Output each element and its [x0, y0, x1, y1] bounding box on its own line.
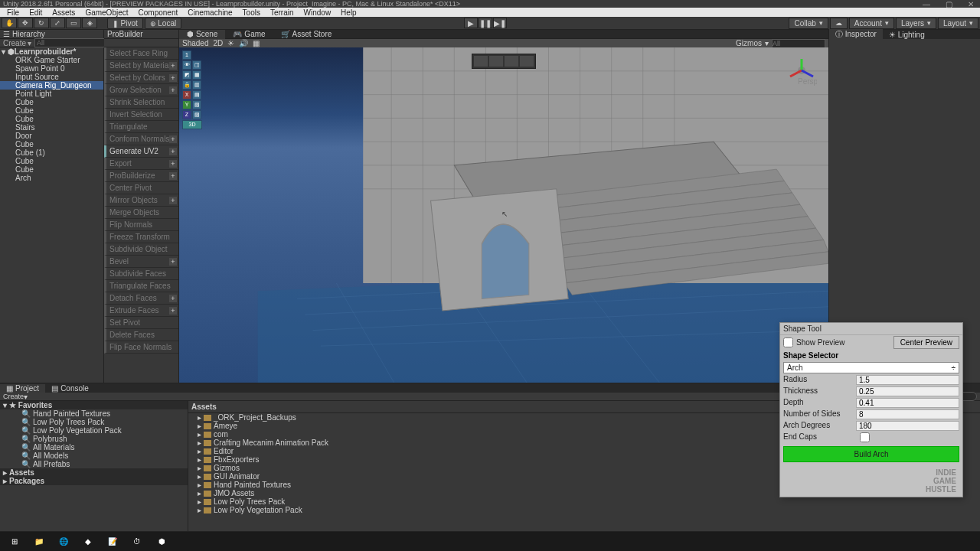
assets-header[interactable]: ▸ Assets [0, 468, 188, 477]
scene-tool-4[interactable] [520, 56, 534, 67]
pb-tool-c[interactable]: ▦ [192, 70, 201, 80]
maximize-button[interactable]: ▢ [942, 0, 956, 8]
center-preview-button[interactable]: Center Preview [893, 336, 959, 349]
probuilder-item[interactable]: Grow Selection+ [104, 84, 178, 96]
hierarchy-item[interactable]: Input Source [0, 73, 103, 81]
tab-console[interactable]: ▤ Console [45, 384, 95, 393]
taskbar-app-icon[interactable]: ◆ [77, 532, 100, 551]
menu-tools[interactable]: Tools [239, 8, 264, 17]
pb-vis-icon[interactable]: 👁 [182, 60, 191, 70]
account-dropdown[interactable]: Account ▾ [849, 18, 894, 29]
hierarchy-item[interactable]: Point Light [0, 90, 103, 98]
taskbar-chrome-icon[interactable]: 🌐 [52, 532, 75, 551]
build-arch-button[interactable]: Build Arch [783, 446, 959, 462]
hierarchy-item[interactable]: Door [0, 132, 103, 140]
plus-icon[interactable]: + [169, 148, 177, 155]
taskbar-explorer-icon[interactable]: 📁 [28, 532, 51, 551]
tab-asset-store[interactable]: 🛒 Asset Store [273, 30, 340, 39]
audio-toggle-icon[interactable]: 🔊 [239, 39, 248, 47]
scene-tool-2[interactable] [489, 56, 503, 67]
shading-dropdown[interactable]: Shaded [182, 39, 208, 47]
shape-field-input[interactable] [856, 398, 959, 408]
probuilder-item[interactable]: Subdivide Object [104, 243, 178, 256]
favorite-item[interactable]: 🔍 All Models [0, 452, 188, 460]
gizmos-dropdown[interactable]: Gizmos [736, 39, 762, 48]
probuilder-item[interactable]: Select by Colors+ [104, 72, 178, 84]
hierarchy-item[interactable]: Cube [0, 140, 103, 148]
plus-icon[interactable]: + [169, 258, 177, 266]
shape-tool-title[interactable]: Shape Tool [780, 323, 962, 335]
pivot-button[interactable]: ❚ Pivot [107, 18, 143, 29]
hierarchy-item[interactable]: Cube (1) [0, 148, 103, 157]
pb-mode-1[interactable]: 1 [182, 51, 191, 60]
close-button[interactable]: ✕ [965, 0, 977, 8]
favorite-item[interactable]: 🔍 Hand Painted Textures [0, 409, 188, 418]
project-create[interactable]: Create [3, 393, 24, 400]
probuilder-item[interactable]: Select by Material+ [104, 60, 178, 72]
hierarchy-item[interactable]: Cube [0, 157, 103, 165]
light-toggle-icon[interactable]: ☀ [227, 39, 234, 47]
favorite-item[interactable]: 🔍 All Materials [0, 443, 188, 452]
step-button[interactable]: ▶❚ [493, 18, 507, 28]
menu-assets[interactable]: Assets [48, 8, 79, 17]
taskbar-unity-icon[interactable]: ⬢ [150, 532, 173, 551]
pb-tool-f[interactable]: ▧ [192, 100, 201, 109]
pb-tool-d[interactable]: ▥ [192, 80, 201, 90]
hierarchy-item[interactable]: Cube [0, 106, 103, 115]
probuilder-item[interactable]: Extrude Faces+ [104, 305, 178, 317]
menu-terrain[interactable]: Terrain [266, 8, 298, 17]
menu-file[interactable]: File [3, 8, 23, 17]
probuilder-item[interactable]: ProBuilderize+ [104, 170, 178, 182]
menu-help[interactable]: Help [337, 8, 361, 17]
scene-gizmo[interactable]: Persp [786, 55, 817, 86]
tab-lighting[interactable]: ☀ Lighting [883, 31, 931, 39]
hierarchy-item[interactable]: Cube [0, 115, 103, 123]
transform-tool[interactable]: ◈ [82, 18, 97, 28]
probuilder-item[interactable]: Freeze Transform [104, 231, 178, 243]
plus-icon[interactable]: + [169, 307, 177, 315]
probuilder-item[interactable]: Invert Selection [104, 109, 178, 121]
favorite-item[interactable]: 🔍 Polybrush [0, 435, 188, 443]
pb-tool-e[interactable]: ▤ [192, 90, 201, 99]
menu-window[interactable]: Window [300, 8, 335, 17]
shape-select[interactable]: Arch÷ [783, 362, 959, 373]
packages-header[interactable]: ▸ Packages [0, 477, 188, 485]
probuilder-item[interactable]: Shrink Selection [104, 96, 178, 109]
favorite-item[interactable]: 🔍 Low Poly Trees Pack [0, 418, 188, 426]
hierarchy-item[interactable]: Cube [0, 165, 103, 174]
asset-folder-item[interactable]: ▸ Low Poly Vegetation Pack [188, 506, 980, 514]
probuilder-item[interactable]: Merge Objects [104, 207, 178, 219]
pb-axis-y[interactable]: Y [182, 100, 191, 109]
probuilder-item[interactable]: Conform Normals+ [104, 133, 178, 145]
plus-icon[interactable]: + [169, 86, 177, 94]
probuilder-item[interactable]: Bevel+ [104, 256, 178, 268]
local-button[interactable]: ⊕ Local [145, 18, 181, 29]
plus-icon[interactable]: + [169, 197, 177, 204]
menu-cinemachine[interactable]: Cinemachine [184, 8, 236, 17]
menu-gameobject[interactable]: GameObject [81, 8, 132, 17]
probuilder-item[interactable]: Generate UV2+ [104, 145, 178, 158]
cloud-button[interactable]: ☁ [830, 18, 848, 29]
hierarchy-item[interactable]: Spawn Point 0 [0, 64, 103, 73]
hierarchy-item[interactable]: Camera Rig_Dungeon [0, 81, 103, 90]
plus-icon[interactable]: + [169, 74, 177, 82]
hierarchy-scene-root[interactable]: ▾ ⬢ Learnprobuilder* [0, 47, 103, 56]
move-tool[interactable]: ✥ [18, 18, 33, 28]
pb-tool-a[interactable]: ◫ [192, 60, 201, 70]
2d-toggle[interactable]: 2D [213, 39, 223, 47]
probuilder-item[interactable]: Flip Face Normals [104, 341, 178, 354]
probuilder-item[interactable]: Delete Faces [104, 329, 178, 341]
scene-viewport[interactable]: ↖ 1 👁◫ ◩▦ 🔒▥ X▤ Y▧ Z▨ 3D [179, 47, 828, 383]
layers-dropdown[interactable]: Layers ▾ [896, 18, 936, 29]
taskbar-notes-icon[interactable]: 📝 [101, 532, 124, 551]
asset-folder-item[interactable]: ▸ Low Poly Trees Pack [188, 497, 980, 506]
pb-lock-icon[interactable]: 🔒 [182, 80, 191, 90]
taskbar-clock-icon[interactable]: ⏱ [126, 532, 149, 551]
plus-icon[interactable]: + [169, 135, 177, 143]
rect-tool[interactable]: ▭ [66, 18, 81, 28]
favorite-item[interactable]: 🔍 Low Poly Vegetation Pack [0, 426, 188, 435]
favorite-item[interactable]: 🔍 All Prefabs [0, 460, 188, 468]
favorites-header[interactable]: ▾ ★ Favorites [0, 401, 188, 409]
probuilder-item[interactable]: Mirror Objects+ [104, 194, 178, 207]
probuilder-item[interactable]: Triangulate [104, 121, 178, 133]
